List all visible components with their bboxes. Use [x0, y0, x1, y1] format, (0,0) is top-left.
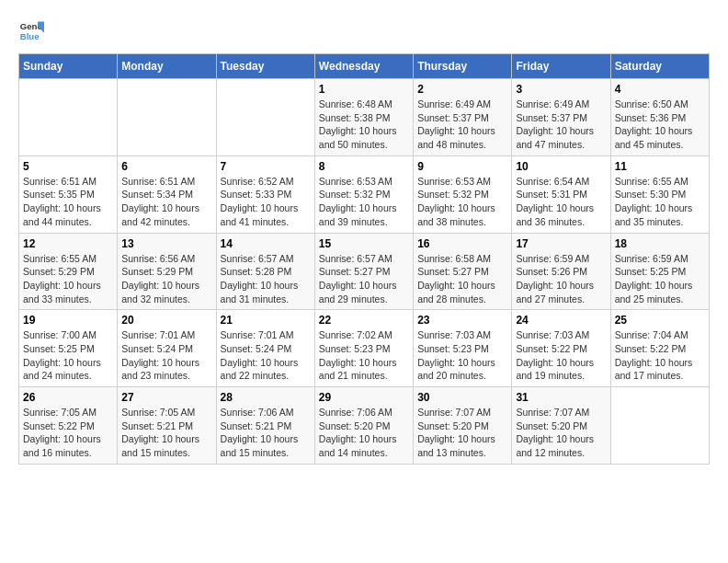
- day-info: Sunrise: 7:07 AM Sunset: 5:20 PM Dayligh…: [516, 406, 606, 460]
- calendar-table: SundayMondayTuesdayWednesdayThursdayFrid…: [18, 53, 710, 465]
- day-number: 24: [516, 314, 606, 327]
- day-number: 16: [417, 237, 507, 250]
- day-info: Sunrise: 7:07 AM Sunset: 5:20 PM Dayligh…: [417, 406, 507, 460]
- day-number: 20: [121, 314, 211, 327]
- day-info: Sunrise: 7:02 AM Sunset: 5:23 PM Dayligh…: [319, 328, 409, 383]
- calendar-cell: 22Sunrise: 7:02 AM Sunset: 5:23 PM Dayli…: [314, 310, 413, 387]
- day-number: 23: [417, 314, 507, 327]
- calendar-cell: 1Sunrise: 6:48 AM Sunset: 5:38 PM Daylig…: [314, 79, 413, 156]
- day-info: Sunrise: 6:52 AM Sunset: 5:33 PM Dayligh…: [221, 175, 311, 229]
- weekday-header-thursday: Thursday: [414, 54, 512, 79]
- calendar-cell: 7Sunrise: 6:52 AM Sunset: 5:33 PM Daylig…: [216, 155, 314, 233]
- day-info: Sunrise: 7:06 AM Sunset: 5:20 PM Dayligh…: [319, 406, 409, 460]
- calendar-cell: 29Sunrise: 7:06 AM Sunset: 5:20 PM Dayli…: [314, 387, 413, 465]
- day-number: 1: [319, 83, 409, 96]
- day-number: 17: [516, 237, 606, 250]
- calendar-cell: 10Sunrise: 6:54 AM Sunset: 5:31 PM Dayli…: [512, 155, 610, 233]
- calendar-week-5: 26Sunrise: 7:05 AM Sunset: 5:22 PM Dayli…: [19, 387, 710, 465]
- calendar-week-4: 19Sunrise: 7:00 AM Sunset: 5:25 PM Dayli…: [19, 310, 710, 387]
- day-info: Sunrise: 7:05 AM Sunset: 5:21 PM Dayligh…: [121, 406, 211, 460]
- calendar-cell: 9Sunrise: 6:53 AM Sunset: 5:32 PM Daylig…: [414, 155, 512, 233]
- calendar-cell: 5Sunrise: 6:51 AM Sunset: 5:35 PM Daylig…: [19, 155, 118, 233]
- day-info: Sunrise: 6:54 AM Sunset: 5:31 PM Dayligh…: [516, 175, 606, 229]
- weekday-header-monday: Monday: [118, 54, 216, 79]
- calendar-week-2: 5Sunrise: 6:51 AM Sunset: 5:35 PM Daylig…: [19, 155, 710, 233]
- weekday-header-sunday: Sunday: [19, 54, 118, 79]
- calendar-cell: 30Sunrise: 7:07 AM Sunset: 5:20 PM Dayli…: [414, 387, 512, 465]
- calendar-week-3: 12Sunrise: 6:55 AM Sunset: 5:29 PM Dayli…: [19, 233, 710, 310]
- day-info: Sunrise: 6:55 AM Sunset: 5:29 PM Dayligh…: [23, 252, 113, 306]
- day-number: 22: [319, 314, 409, 327]
- day-number: 8: [319, 160, 409, 173]
- day-info: Sunrise: 7:04 AM Sunset: 5:22 PM Dayligh…: [615, 328, 705, 383]
- day-info: Sunrise: 6:51 AM Sunset: 5:34 PM Dayligh…: [121, 175, 211, 229]
- day-number: 3: [516, 83, 606, 96]
- day-info: Sunrise: 7:05 AM Sunset: 5:22 PM Dayligh…: [23, 406, 113, 460]
- calendar-cell: 14Sunrise: 6:57 AM Sunset: 5:28 PM Dayli…: [216, 233, 314, 310]
- day-number: 28: [221, 391, 311, 404]
- day-number: 25: [615, 314, 705, 327]
- day-info: Sunrise: 6:48 AM Sunset: 5:38 PM Dayligh…: [319, 98, 409, 152]
- day-info: Sunrise: 7:03 AM Sunset: 5:22 PM Dayligh…: [516, 328, 606, 383]
- day-info: Sunrise: 6:51 AM Sunset: 5:35 PM Dayligh…: [23, 175, 113, 229]
- day-info: Sunrise: 7:01 AM Sunset: 5:24 PM Dayligh…: [121, 328, 211, 383]
- day-info: Sunrise: 6:59 AM Sunset: 5:26 PM Dayligh…: [516, 252, 606, 306]
- day-info: Sunrise: 7:01 AM Sunset: 5:24 PM Dayligh…: [221, 328, 311, 383]
- day-number: 31: [516, 391, 606, 404]
- day-number: 10: [516, 160, 606, 173]
- day-number: 12: [23, 237, 113, 250]
- calendar-cell: 8Sunrise: 6:53 AM Sunset: 5:32 PM Daylig…: [314, 155, 413, 233]
- day-info: Sunrise: 6:49 AM Sunset: 5:37 PM Dayligh…: [417, 98, 507, 152]
- calendar-cell: [610, 387, 709, 465]
- day-number: 21: [221, 314, 311, 327]
- day-number: 14: [221, 237, 311, 250]
- calendar-cell: 26Sunrise: 7:05 AM Sunset: 5:22 PM Dayli…: [19, 387, 118, 465]
- calendar-cell: 4Sunrise: 6:50 AM Sunset: 5:36 PM Daylig…: [610, 79, 709, 156]
- weekday-header-saturday: Saturday: [610, 54, 709, 79]
- calendar-cell: [216, 79, 314, 156]
- day-number: 9: [417, 160, 507, 173]
- weekday-header-row: SundayMondayTuesdayWednesdayThursdayFrid…: [19, 54, 710, 79]
- calendar-cell: 23Sunrise: 7:03 AM Sunset: 5:23 PM Dayli…: [414, 310, 512, 387]
- logo: General Blue: [18, 18, 44, 44]
- day-number: 29: [319, 391, 409, 404]
- calendar-cell: 20Sunrise: 7:01 AM Sunset: 5:24 PM Dayli…: [118, 310, 216, 387]
- page-header: General Blue: [18, 18, 710, 44]
- day-info: Sunrise: 6:49 AM Sunset: 5:37 PM Dayligh…: [516, 98, 606, 152]
- day-number: 30: [417, 391, 507, 404]
- day-info: Sunrise: 6:57 AM Sunset: 5:27 PM Dayligh…: [319, 252, 409, 306]
- calendar-cell: 13Sunrise: 6:56 AM Sunset: 5:29 PM Dayli…: [118, 233, 216, 310]
- calendar-cell: 17Sunrise: 6:59 AM Sunset: 5:26 PM Dayli…: [512, 233, 610, 310]
- calendar-cell: 31Sunrise: 7:07 AM Sunset: 5:20 PM Dayli…: [512, 387, 610, 465]
- calendar-cell: [118, 79, 216, 156]
- calendar-week-1: 1Sunrise: 6:48 AM Sunset: 5:38 PM Daylig…: [19, 79, 710, 156]
- day-number: 2: [417, 83, 507, 96]
- calendar-cell: 25Sunrise: 7:04 AM Sunset: 5:22 PM Dayli…: [610, 310, 709, 387]
- day-info: Sunrise: 7:00 AM Sunset: 5:25 PM Dayligh…: [23, 328, 113, 383]
- calendar-cell: 3Sunrise: 6:49 AM Sunset: 5:37 PM Daylig…: [512, 79, 610, 156]
- day-number: 4: [615, 83, 705, 96]
- day-info: Sunrise: 6:53 AM Sunset: 5:32 PM Dayligh…: [319, 175, 409, 229]
- day-number: 6: [121, 160, 211, 173]
- calendar-cell: 15Sunrise: 6:57 AM Sunset: 5:27 PM Dayli…: [314, 233, 413, 310]
- day-number: 13: [121, 237, 211, 250]
- weekday-header-friday: Friday: [512, 54, 610, 79]
- day-number: 27: [121, 391, 211, 404]
- calendar-cell: 21Sunrise: 7:01 AM Sunset: 5:24 PM Dayli…: [216, 310, 314, 387]
- calendar-cell: 24Sunrise: 7:03 AM Sunset: 5:22 PM Dayli…: [512, 310, 610, 387]
- day-number: 11: [615, 160, 705, 173]
- day-number: 18: [615, 237, 705, 250]
- calendar-cell: 2Sunrise: 6:49 AM Sunset: 5:37 PM Daylig…: [414, 79, 512, 156]
- day-info: Sunrise: 6:50 AM Sunset: 5:36 PM Dayligh…: [615, 98, 705, 152]
- day-info: Sunrise: 6:57 AM Sunset: 5:28 PM Dayligh…: [221, 252, 311, 306]
- day-number: 26: [23, 391, 113, 404]
- day-number: 15: [319, 237, 409, 250]
- calendar-cell: [19, 79, 118, 156]
- day-info: Sunrise: 7:03 AM Sunset: 5:23 PM Dayligh…: [417, 328, 507, 383]
- calendar-cell: 16Sunrise: 6:58 AM Sunset: 5:27 PM Dayli…: [414, 233, 512, 310]
- day-number: 7: [221, 160, 311, 173]
- calendar-cell: 18Sunrise: 6:59 AM Sunset: 5:25 PM Dayli…: [610, 233, 709, 310]
- day-info: Sunrise: 6:59 AM Sunset: 5:25 PM Dayligh…: [615, 252, 705, 306]
- day-info: Sunrise: 6:53 AM Sunset: 5:32 PM Dayligh…: [417, 175, 507, 229]
- logo-icon: General Blue: [18, 18, 44, 44]
